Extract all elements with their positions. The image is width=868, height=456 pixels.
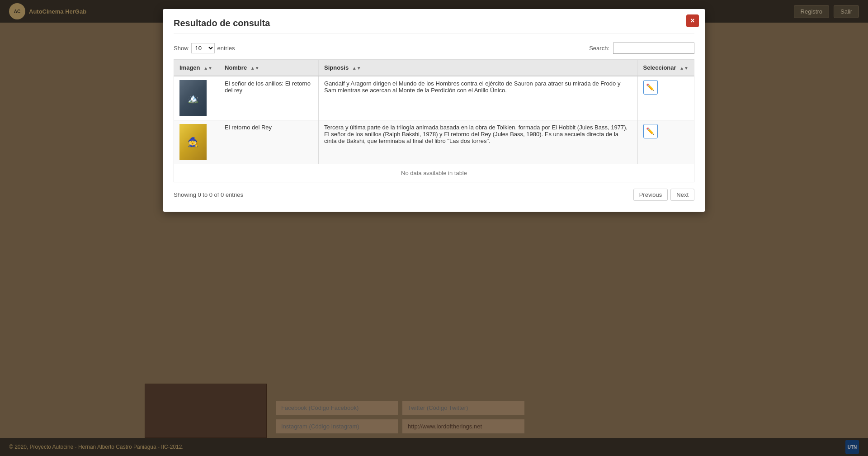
table-body: 🏔️ El señor de los anillos: El retorno d… — [174, 76, 694, 182]
movie-synopsis-1: Gandalf y Aragorn dirigen el Mundo de lo… — [324, 80, 620, 94]
sort-icon-imagen: ▲▼ — [203, 66, 212, 71]
col-header-seleccionar[interactable]: Seleccionar ▲▼ — [637, 60, 694, 76]
sort-icon-sipnosis: ▲▼ — [352, 66, 361, 71]
pagination-buttons: Previous Next — [633, 189, 694, 201]
search-input[interactable] — [613, 43, 694, 54]
movie-thumbnail-2: 🧙 — [179, 124, 207, 160]
cell-sipnosis-1: Gandalf y Aragorn dirigen el Mundo de lo… — [319, 76, 638, 120]
table-row: 🏔️ El señor de los anillos: El retorno d… — [174, 76, 694, 120]
table-header-row: Imagen ▲▼ Nombre ▲▼ Sipnosis ▲▼ Seleccio… — [174, 60, 694, 76]
pagination-area: Showing 0 to 0 of 0 entries Previous Nex… — [174, 189, 694, 201]
table-row: 🧙 El retorno del Rey Tercera y última pa… — [174, 120, 694, 164]
cell-nombre-1: El señor de los anillos: El retorno del … — [219, 76, 319, 120]
select-button-1[interactable]: ✏️ — [643, 80, 658, 95]
select-button-2[interactable]: ✏️ — [643, 124, 658, 138]
result-modal: × Resultado de consulta Show 10 25 50 10… — [163, 9, 705, 212]
cell-sipnosis-2: Tercera y última parte de la trilogía an… — [319, 120, 638, 164]
movie-name-1: El señor de los anillos: El retorno del … — [225, 80, 311, 94]
show-label: Show — [174, 45, 189, 52]
show-entries-control: Show 10 25 50 100 entries — [174, 43, 235, 53]
search-label: Search: — [589, 45, 609, 52]
previous-button[interactable]: Previous — [633, 189, 668, 201]
modal-title: Resultado de consulta — [174, 18, 694, 33]
col-header-nombre[interactable]: Nombre ▲▼ — [219, 60, 319, 76]
next-button[interactable]: Next — [670, 189, 694, 201]
col-label-nombre: Nombre — [225, 64, 247, 71]
cell-imagen-1: 🏔️ — [174, 76, 219, 120]
cell-seleccionar-1: ✏️ — [637, 76, 694, 120]
cell-nombre-2: El retorno del Rey — [219, 120, 319, 164]
entries-select[interactable]: 10 25 50 100 — [191, 43, 215, 53]
cell-seleccionar-2: ✏️ — [637, 120, 694, 164]
results-table: Imagen ▲▼ Nombre ▲▼ Sipnosis ▲▼ Seleccio… — [174, 59, 694, 182]
cell-imagen-2: 🧙 — [174, 120, 219, 164]
table-header: Imagen ▲▼ Nombre ▲▼ Sipnosis ▲▼ Seleccio… — [174, 60, 694, 76]
movie-thumbnail-1: 🏔️ — [179, 80, 207, 116]
col-label-imagen: Imagen — [179, 64, 200, 71]
movie-name-2: El retorno del Rey — [225, 124, 272, 131]
col-header-sipnosis[interactable]: Sipnosis ▲▼ — [319, 60, 638, 76]
col-header-imagen[interactable]: Imagen ▲▼ — [174, 60, 219, 76]
entries-label: entries — [217, 45, 235, 52]
modal-close-button[interactable]: × — [686, 14, 699, 27]
datatable-controls: Show 10 25 50 100 entries Search: — [174, 43, 694, 54]
showing-info: Showing 0 to 0 of 0 entries — [174, 191, 243, 198]
col-label-seleccionar: Seleccionar — [643, 64, 676, 71]
modal-overlay: × Resultado de consulta Show 10 25 50 10… — [0, 0, 868, 456]
col-label-sipnosis: Sipnosis — [324, 64, 349, 71]
sort-icon-seleccionar: ▲▼ — [679, 66, 689, 71]
sort-icon-nombre: ▲▼ — [250, 66, 259, 71]
no-data-cell: No data available in table — [174, 164, 694, 182]
search-control: Search: — [589, 43, 694, 54]
no-data-row: No data available in table — [174, 164, 694, 182]
movie-synopsis-2: Tercera y última parte de la trilogía an… — [324, 124, 627, 144]
